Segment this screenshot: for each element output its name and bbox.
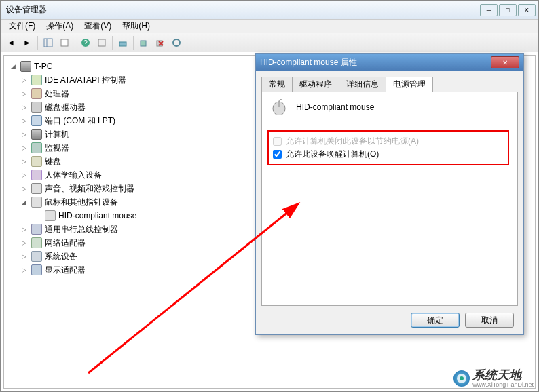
back-button[interactable]: ◄ <box>3 35 18 50</box>
annotation-highlight: 允许计算机关闭此设备以节约电源(A) 允许此设备唤醒计算机(O) <box>267 130 509 165</box>
expand-icon[interactable]: ▷ <box>19 157 29 166</box>
display-icon <box>31 264 42 275</box>
menu-file[interactable]: 文件(F) <box>3 20 41 32</box>
update-driver-button[interactable] <box>115 35 130 50</box>
watermark-brand: 系统天地 <box>472 369 534 381</box>
dialog-title-bar: HID-compliant mouse 属性 ✕ <box>256 54 523 71</box>
tree-label: 显示适配器 <box>45 263 86 277</box>
menu-help[interactable]: 帮助(H) <box>117 20 155 32</box>
menu-view[interactable]: 查看(V) <box>79 20 117 32</box>
tab-details[interactable]: 详细信息 <box>339 77 386 92</box>
tree-label: IDE ATA/ATAPI 控制器 <box>45 73 126 87</box>
tree-label: 声音、视频和游戏控制器 <box>45 182 134 195</box>
svg-rect-7 <box>141 41 146 46</box>
expand-icon[interactable]: ▷ <box>19 224 29 234</box>
tree-label: 系统设备 <box>45 250 77 263</box>
tab-general[interactable]: 常规 <box>261 77 293 92</box>
menu-action[interactable]: 操作(A) <box>41 20 79 32</box>
tree-label: 人体学输入设备 <box>45 168 102 182</box>
checkbox-allow-wake[interactable] <box>273 150 282 159</box>
close-button[interactable]: ✕ <box>518 4 536 16</box>
help-button[interactable]: ? <box>78 35 93 50</box>
network-icon <box>31 237 42 248</box>
port-icon <box>31 115 42 126</box>
controller-icon <box>31 75 42 85</box>
tree-label: 键盘 <box>45 155 61 168</box>
expand-icon[interactable]: ▷ <box>19 143 29 153</box>
forward-button[interactable]: ► <box>20 35 35 50</box>
maximize-button[interactable]: □ <box>499 4 517 16</box>
usb-icon <box>31 224 42 235</box>
expand-icon[interactable]: ▷ <box>19 116 29 125</box>
minimize-button[interactable]: ─ <box>480 4 498 16</box>
uninstall-button[interactable] <box>153 35 168 50</box>
svg-text:?: ? <box>83 39 88 47</box>
collapse-icon[interactable]: ◢ <box>8 62 18 71</box>
disk-icon <box>31 102 42 113</box>
show-hide-tree-button[interactable] <box>41 35 56 50</box>
watermark-logo-icon <box>453 370 470 387</box>
tree-label: 鼠标和其他指针设备 <box>45 195 118 209</box>
expand-icon[interactable]: ▷ <box>19 170 29 180</box>
watermark-url: www.XiTongTianDi.net <box>472 381 534 388</box>
dialog-body: 常规 驱动程序 详细信息 电源管理 HID-compliant mouse 允许… <box>256 71 523 311</box>
option-label: 允许此设备唤醒计算机(O) <box>286 149 379 160</box>
system-icon <box>31 251 42 262</box>
svg-point-16 <box>460 376 464 380</box>
option-label: 允许计算机关闭此设备以节约电源(A) <box>286 136 419 147</box>
ok-button[interactable]: 确定 <box>411 313 460 328</box>
device-name-label: HID-compliant mouse <box>296 102 374 112</box>
tree-label: T-PC <box>34 60 52 73</box>
blank <box>33 211 42 220</box>
tree-label: 网络适配器 <box>45 236 86 250</box>
window-title: 设备管理器 <box>3 4 480 16</box>
tree-label: 监视器 <box>45 141 69 155</box>
svg-point-11 <box>173 39 180 46</box>
window-controls: ─ □ ✕ <box>480 4 536 16</box>
tree-label: 通用串行总线控制器 <box>45 222 118 236</box>
menu-bar: 文件(F) 操作(A) 查看(V) 帮助(H) <box>1 20 538 33</box>
cancel-button[interactable]: 取消 <box>465 313 514 328</box>
svg-rect-6 <box>119 42 126 46</box>
expand-icon[interactable]: ▷ <box>19 89 29 98</box>
separator <box>75 36 75 50</box>
refresh-button[interactable] <box>169 35 184 50</box>
properties-button[interactable] <box>57 35 72 50</box>
expand-icon[interactable]: ▷ <box>19 252 29 261</box>
separator <box>112 36 113 50</box>
dialog-title: HID-compliant mouse 属性 <box>260 57 491 68</box>
mouse-icon <box>31 197 42 208</box>
tab-driver[interactable]: 驱动程序 <box>292 77 339 92</box>
collapse-icon[interactable]: ◢ <box>19 197 29 207</box>
title-bar: 设备管理器 ─ □ ✕ <box>1 1 538 20</box>
expand-icon[interactable]: ▷ <box>19 102 29 112</box>
tree-label: 端口 (COM 和 LPT) <box>45 114 115 128</box>
sound-icon <box>31 183 42 194</box>
mouse-icon <box>269 99 289 115</box>
expand-icon[interactable]: ▷ <box>19 238 29 248</box>
tree-label: 计算机 <box>45 128 69 141</box>
action-button[interactable] <box>94 35 109 50</box>
option-allow-wake[interactable]: 允许此设备唤醒计算机(O) <box>273 149 504 160</box>
watermark: 系统天地 www.XiTongTianDi.net <box>453 369 534 388</box>
hid-icon <box>31 170 42 180</box>
watermark-text: 系统天地 www.XiTongTianDi.net <box>472 369 534 388</box>
tab-strip: 常规 驱动程序 详细信息 电源管理 <box>261 77 518 92</box>
mouse-icon <box>45 210 56 221</box>
tree-label: 磁盘驱动器 <box>45 100 86 114</box>
separator <box>133 36 134 50</box>
dialog-button-row: 确定 取消 <box>411 313 514 328</box>
expand-icon[interactable]: ▷ <box>19 130 29 139</box>
svg-rect-2 <box>61 39 68 46</box>
svg-rect-0 <box>44 39 52 47</box>
dialog-close-button[interactable]: ✕ <box>491 56 519 68</box>
expand-icon[interactable]: ▷ <box>19 265 29 275</box>
expand-icon[interactable]: ▷ <box>19 184 29 193</box>
scan-hardware-button[interactable] <box>136 35 151 50</box>
tab-power[interactable]: 电源管理 <box>386 77 433 92</box>
tree-label: HID-compliant mouse <box>58 209 136 222</box>
svg-rect-5 <box>98 39 105 46</box>
device-header: HID-compliant mouse <box>269 99 510 115</box>
tab-panel-power: HID-compliant mouse 允许计算机关闭此设备以节约电源(A) 允… <box>261 92 518 306</box>
expand-icon[interactable]: ▷ <box>19 75 29 85</box>
